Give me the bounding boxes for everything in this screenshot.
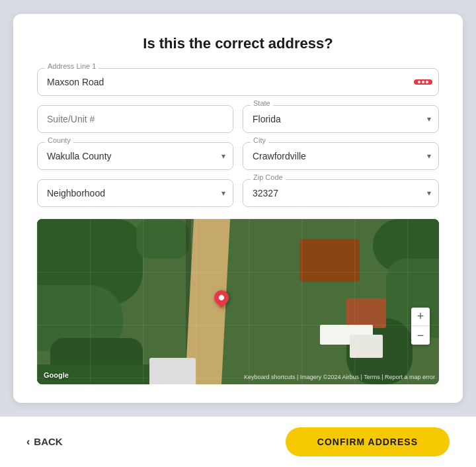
city-label: City	[251, 136, 268, 144]
neighborhood-zip-row: Neighborhood ▾ Zip Code 32327 ▾	[37, 179, 439, 207]
county-select[interactable]: Wakulla County	[37, 142, 233, 170]
zoom-in-button[interactable]: +	[411, 308, 430, 326]
address-line1-label: Address Line 1	[45, 62, 99, 70]
address-badge	[414, 79, 432, 85]
back-chevron-icon: ‹	[26, 436, 30, 448]
address-line1-input[interactable]	[37, 68, 439, 96]
state-field: State Florida ▾	[243, 105, 439, 133]
zip-label: Zip Code	[251, 173, 286, 181]
map-background: + − Google Keyboard shortcuts | Imagery …	[37, 219, 439, 384]
badge-dot-3	[426, 81, 428, 83]
badge-dot-2	[422, 81, 424, 83]
map-container[interactable]: + − Google Keyboard shortcuts | Imagery …	[37, 219, 439, 384]
zip-field: Zip Code 32327 ▾	[243, 179, 439, 207]
map-footer-text: Keyboard shortcuts | Imagery ©2024 Airbu…	[244, 374, 435, 380]
state-select[interactable]: Florida	[243, 105, 439, 133]
zip-select[interactable]: 32327	[243, 179, 439, 207]
neighborhood-select[interactable]: Neighborhood	[37, 179, 233, 207]
back-button[interactable]: ‹ BACK	[26, 436, 63, 448]
address-line1-field: Address Line 1	[37, 68, 439, 96]
map-pin	[214, 290, 229, 305]
badge-dot-1	[418, 81, 420, 83]
neighborhood-field: Neighborhood ▾	[37, 179, 233, 207]
county-city-row: County Wakulla County ▾ City Crawfordvil…	[37, 142, 439, 170]
address-form: Address Line 1 State Florida ▾	[37, 68, 439, 384]
suite-field	[37, 105, 233, 133]
back-label: BACK	[34, 436, 62, 447]
suite-input[interactable]	[37, 105, 233, 133]
city-select[interactable]: Crawfordville	[243, 142, 439, 170]
map-grid	[37, 219, 439, 384]
state-label: State	[251, 99, 273, 107]
pin-head	[211, 287, 231, 308]
city-field: City Crawfordville ▾	[243, 142, 439, 170]
address-card: Is this the correct address? Address Lin…	[13, 14, 463, 403]
zoom-controls: + −	[411, 308, 430, 345]
google-watermark: Google	[44, 371, 69, 379]
bottom-navigation: ‹ BACK CONFIRM ADDRESS	[0, 416, 476, 467]
confirm-address-button[interactable]: CONFIRM ADDRESS	[286, 427, 450, 456]
zoom-out-button[interactable]: −	[411, 326, 430, 345]
suite-state-row: State Florida ▾	[37, 105, 439, 133]
page-title: Is this the correct address?	[37, 35, 439, 52]
county-field: County Wakulla County ▾	[37, 142, 233, 170]
county-label: County	[45, 136, 73, 144]
